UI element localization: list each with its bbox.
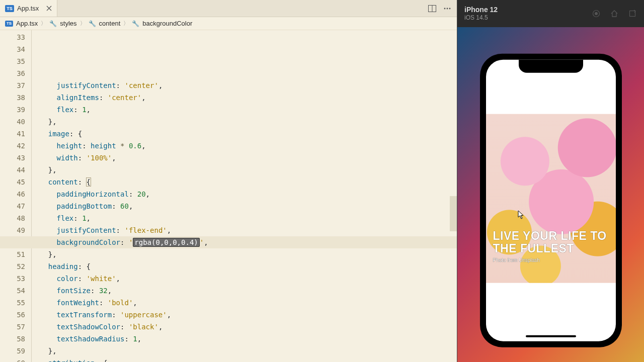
code-line[interactable]: fontSize: 32, <box>31 285 457 297</box>
symbol-icon: 🔧 <box>89 20 96 27</box>
line-number: 56 <box>0 309 25 321</box>
line-number: 44 <box>0 164 25 176</box>
line-number: 53 <box>0 273 25 285</box>
line-number: 35 <box>0 55 25 67</box>
chevron-right-icon: 〉 <box>80 20 86 27</box>
code-line[interactable]: height: height * 0.6, <box>31 140 457 152</box>
breadcrumb-content[interactable]: content <box>99 20 121 27</box>
app-content-overlay: LIVE YOUR LIFE TO THE FULLEST Photo from… <box>486 114 616 283</box>
svg-point-3 <box>447 8 448 9</box>
line-number: 41 <box>0 128 25 140</box>
code-line[interactable]: textShadowColor: 'black', <box>31 321 457 333</box>
code-line[interactable]: content: { <box>31 176 457 188</box>
rotate-icon[interactable] <box>628 9 637 18</box>
chevron-right-icon: 〉 <box>123 20 129 27</box>
home-icon[interactable] <box>610 9 619 18</box>
line-number: 37 <box>0 79 25 92</box>
device-frame: LIVE YOUR LIFE TO THE FULLEST Photo from… <box>480 54 622 347</box>
app-heading-text: LIVE YOUR LIFE TO THE FULLEST <box>493 229 609 255</box>
line-number: 39 <box>0 104 25 116</box>
tab-app-tsx[interactable]: TS App.tsx <box>0 0 57 17</box>
svg-point-2 <box>444 8 446 9</box>
line-number: 40 <box>0 116 25 128</box>
code-line[interactable]: alignItems: 'center', <box>31 92 457 104</box>
code-line[interactable]: textShadowRadius: 1, <box>31 333 457 345</box>
device-screen[interactable]: LIVE YOUR LIFE TO THE FULLEST Photo from… <box>486 60 616 341</box>
line-number: 43 <box>0 152 25 164</box>
code-line[interactable]: justifyContent: 'flex-end', <box>31 224 457 236</box>
breadcrumb-styles[interactable]: styles <box>60 20 76 27</box>
line-number: 54 <box>0 285 25 297</box>
editor-pane: TS App.tsx TS App.tsx 〉 🔧 styles 〉 <box>0 0 457 362</box>
tab-bar: TS App.tsx <box>0 0 457 17</box>
line-number: 49 <box>0 224 25 236</box>
ts-file-icon: TS <box>5 21 13 27</box>
screenshot-icon[interactable] <box>592 9 601 18</box>
line-number: 59 <box>0 345 25 357</box>
tab-label: App.tsx <box>17 5 39 12</box>
code-line[interactable]: }, <box>31 345 457 357</box>
simulator-canvas: LIVE YOUR LIFE TO THE FULLEST Photo from… <box>457 27 644 362</box>
breadcrumb-backgroundcolor[interactable]: backgroundColor <box>142 20 192 27</box>
code-area[interactable]: 3334353637383940414243444546474849505152… <box>0 30 457 362</box>
line-number: 45 <box>0 176 25 188</box>
line-number: 33 <box>0 31 25 43</box>
code-line[interactable]: }, <box>31 116 457 128</box>
code-content[interactable]: justifyContent: 'center', alignItems: 'c… <box>31 30 457 362</box>
breadcrumb-file[interactable]: App.tsx <box>16 20 38 27</box>
code-line[interactable]: paddingHorizontal: 20, <box>31 188 457 200</box>
code-line[interactable]: textTransform: 'uppercase', <box>31 309 457 321</box>
line-number: 46 <box>0 188 25 200</box>
chevron-right-icon: 〉 <box>41 20 46 27</box>
symbol-icon: 🔧 <box>49 20 57 27</box>
code-line[interactable]: attribution: { <box>31 357 457 362</box>
app-background-image: LIVE YOUR LIFE TO THE FULLEST Photo from… <box>486 114 616 283</box>
line-gutter: 3334353637383940414243444546474849505152… <box>0 30 31 362</box>
simulator-pane: iPhone 12 iOS 14.5 <box>457 0 644 362</box>
simulator-header: iPhone 12 iOS 14.5 <box>457 0 644 27</box>
code-line[interactable]: image: { <box>31 128 457 140</box>
tab-close-button[interactable] <box>45 5 53 13</box>
line-number: 58 <box>0 333 25 345</box>
line-number: 34 <box>0 43 25 55</box>
line-number: 42 <box>0 140 25 152</box>
line-number: 51 <box>0 248 25 260</box>
code-line[interactable]: backgroundColor: 'rgba(0,0,0,0.4)', <box>0 236 457 248</box>
code-line[interactable]: }, <box>31 248 457 260</box>
line-number: 60 <box>0 357 25 362</box>
breadcrumbs[interactable]: TS App.tsx 〉 🔧 styles 〉 🔧 content 〉 🔧 ba… <box>0 17 457 30</box>
app-attribution-text: Photo from Unsplash <box>493 257 609 263</box>
svg-point-4 <box>449 8 451 9</box>
svg-point-6 <box>595 12 598 15</box>
svg-rect-7 <box>630 11 635 17</box>
line-number: 48 <box>0 212 25 224</box>
device-notch <box>519 60 583 73</box>
line-number: 57 <box>0 321 25 333</box>
code-line[interactable]: paddingBottom: 60, <box>31 200 457 212</box>
code-line[interactable]: heading: { <box>31 260 457 273</box>
line-number: 47 <box>0 200 25 212</box>
code-line[interactable]: flex: 1, <box>31 104 457 116</box>
home-indicator <box>526 335 576 337</box>
symbol-icon: 🔧 <box>132 20 139 27</box>
line-number: 55 <box>0 297 25 309</box>
line-number: 52 <box>0 260 25 273</box>
code-line[interactable]: justifyContent: 'center', <box>31 79 457 92</box>
code-line[interactable]: }, <box>31 164 457 176</box>
code-line[interactable]: fontWeight: 'bold', <box>31 297 457 309</box>
line-number: 36 <box>0 67 25 79</box>
simulator-device-name: iPhone 12 <box>464 6 498 14</box>
minimap-viewport[interactable] <box>450 196 457 231</box>
line-number: 38 <box>0 92 25 104</box>
simulator-os-version: iOS 14.5 <box>464 14 498 21</box>
more-actions-icon[interactable] <box>443 4 452 13</box>
code-line[interactable]: width: '100%', <box>31 152 457 164</box>
code-line[interactable]: flex: 1, <box>31 212 457 224</box>
code-line[interactable]: color: 'white', <box>31 273 457 285</box>
ts-file-icon: TS <box>5 5 14 12</box>
split-editor-icon[interactable] <box>428 4 437 13</box>
